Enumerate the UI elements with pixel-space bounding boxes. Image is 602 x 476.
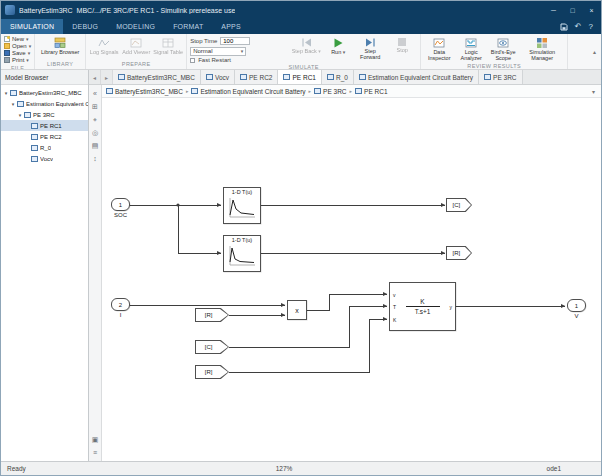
doc-tab-batteryestim3rc-mbc[interactable]: BatteryEstim3RC_MBC — [113, 70, 201, 84]
nav-forward-icon[interactable]: ▸ — [101, 70, 113, 84]
save-icon[interactable] — [560, 23, 568, 31]
doc-tab-vocv[interactable]: Vocv — [201, 70, 235, 84]
goto-r-block[interactable]: [R] — [446, 246, 472, 260]
open-button[interactable]: Open ▾ — [4, 43, 31, 50]
collapse-ribbon-button[interactable]: ▴ — [588, 34, 601, 69]
crumb-pe-rc1[interactable]: PE RC1 — [355, 88, 387, 95]
breadcrumb-dropdown-icon[interactable]: ▾ — [592, 88, 597, 95]
expander-icon[interactable]: ▾ — [3, 90, 9, 96]
transfer-fcn-block[interactable]: K T.s+1 v T K y — [389, 282, 456, 331]
simulation-mode-dropdown[interactable]: Normal ▾ — [190, 47, 246, 56]
library-browser-button[interactable]: Library Browser — [38, 36, 82, 56]
chevron-down-icon: ▾ — [343, 49, 346, 55]
prepare-section-label: PREPARE — [89, 60, 183, 69]
log-signals-button[interactable]: Log Signals — [89, 36, 119, 56]
tab-simulation[interactable]: SIMULATION — [1, 19, 63, 34]
tab-format[interactable]: FORMAT — [164, 19, 212, 34]
logic-analyzer-button[interactable]: Logic Analyzer — [456, 36, 486, 62]
logic-analyzer-icon — [465, 37, 477, 49]
prepare-section: Log Signals Add Viewer Signal Table PREP… — [86, 34, 187, 69]
minimize-button[interactable]: ─ — [544, 1, 563, 19]
subsystem-icon — [24, 112, 31, 118]
outport-v-block[interactable]: 1 V — [567, 299, 586, 319]
add-viewer-button[interactable]: Add Viewer — [121, 36, 151, 56]
tree-item-estimation-equivalent-circuit-battery[interactable]: ▾ Estimation Equivalent Circuit Battery — [1, 98, 88, 109]
expander-icon[interactable]: ▾ — [17, 112, 23, 118]
birdseye-scope-button[interactable]: Bird's-Eye Scope — [488, 36, 518, 62]
inport-soc-block[interactable]: 1 SOC — [111, 198, 130, 218]
subsystem-icon — [283, 74, 290, 80]
lookup-table-1-block[interactable]: 1-D T(u) — [223, 187, 261, 224]
run-button[interactable]: Run ▾ — [323, 36, 353, 56]
stop-button[interactable]: Stop — [387, 36, 417, 54]
stop-time-input[interactable] — [220, 37, 250, 45]
subsystem-icon — [31, 123, 38, 129]
save-button[interactable]: Save ▾ — [4, 50, 31, 57]
crumb-batteryestim3rc-mbc[interactable]: BatteryEstim3RC_MBC — [106, 88, 183, 95]
new-button[interactable]: New ▾ — [4, 36, 31, 43]
nav-back-icon[interactable]: ◂ — [89, 70, 101, 84]
maximize-button[interactable]: □ — [563, 1, 582, 19]
zoom-fit-icon[interactable]: ▣ — [89, 433, 101, 446]
model-browser-panel: Model Browser ▾ BatteryEstim3RC_MBC ▾ Es… — [1, 70, 89, 461]
tree-item-pe-3rc[interactable]: ▾ PE 3RC — [1, 109, 88, 120]
subsystem-icon — [191, 88, 198, 94]
crumb-pe-3rc[interactable]: PE 3RC — [314, 88, 346, 95]
diagram-canvas[interactable]: 1 SOC 1-D T(u) — [102, 98, 601, 461]
tree-item-pe-rc1[interactable]: PE RC1 — [1, 120, 88, 131]
tree-item-pe-rc2[interactable]: PE RC2 — [1, 131, 88, 142]
inport-soc-label: SOC — [111, 212, 130, 218]
solver-name[interactable]: ode1 — [292, 465, 595, 472]
pan-icon[interactable]: ↕ — [89, 152, 101, 165]
annotation-icon[interactable]: ▤ — [89, 139, 101, 152]
data-inspector-button[interactable]: Data Inspector — [424, 36, 454, 62]
collapse-palette-icon[interactable]: « — [89, 87, 101, 100]
toolstrip: New ▾ Open ▾ Save ▾ Print ▾ — [1, 34, 601, 70]
simulation-manager-button[interactable]: Simulation Manager — [520, 36, 564, 62]
doc-tab-pe-rc1[interactable]: PE RC1 — [278, 70, 321, 84]
library-section-label: LIBRARY — [38, 60, 82, 69]
doc-tab-pe-3rc[interactable]: PE 3RC — [479, 70, 522, 84]
doc-tab-estimation-equivalent-circuit-battery[interactable]: Estimation Equivalent Circuit Battery — [354, 70, 479, 84]
from-c-block[interactable]: [C] — [195, 340, 229, 354]
titlebar: BatteryEstim3RC_MBC/.../PE 3RC/PE RC1 - … — [1, 1, 601, 19]
tree-item-r-0[interactable]: R_0 — [1, 142, 88, 153]
from-r1-block[interactable]: [R] — [195, 308, 229, 322]
step-back-button[interactable]: Step Back ▾ — [291, 36, 321, 55]
signal-wires — [102, 98, 601, 461]
zoom-level: 127% — [276, 465, 293, 472]
goto-c-block[interactable]: [C] — [446, 198, 472, 212]
tree-item-batteryestim3rc-mbc[interactable]: ▾ BatteryEstim3RC_MBC — [1, 87, 88, 98]
model-tree: ▾ BatteryEstim3RC_MBC ▾ Estimation Equiv… — [1, 85, 88, 164]
legend-icon[interactable]: ≡ — [89, 446, 101, 459]
document-area: ◂ ▸ BatteryEstim3RC_MBC Vocv PE RC2 PE R… — [89, 70, 601, 461]
product-block[interactable]: x — [287, 300, 307, 320]
crosshair-icon[interactable]: ⌖ — [89, 113, 101, 126]
doc-tab-r-0[interactable]: R_0 — [322, 70, 354, 84]
doc-tab-pe-rc2[interactable]: PE RC2 — [235, 70, 278, 84]
tab-debug[interactable]: DEBUG — [63, 19, 107, 34]
tab-modeling[interactable]: MODELING — [107, 19, 164, 34]
model-icon — [106, 88, 113, 94]
review-results-section: Data Inspector Logic Analyzer Bird's-Eye… — [421, 34, 568, 69]
fast-restart-checkbox[interactable] — [190, 58, 195, 63]
close-button[interactable]: × — [582, 1, 601, 19]
expander-icon[interactable]: ▾ — [10, 101, 16, 107]
library-browser-label: Library Browser — [41, 50, 80, 56]
from-r2-block[interactable]: [R] — [195, 365, 229, 379]
undo-icon[interactable]: ↶ — [575, 22, 582, 31]
viewer-icon[interactable]: ◎ — [89, 126, 101, 139]
area-select-icon[interactable]: ⊞ — [89, 100, 101, 113]
step-forward-button[interactable]: Step Forward — [355, 36, 385, 61]
signal-table-button[interactable]: Signal Table — [153, 36, 183, 56]
from-r2-label: [R] — [195, 365, 222, 379]
inport-i-block[interactable]: 2 I — [111, 298, 130, 318]
crumb-estimation-equivalent-circuit-battery[interactable]: Estimation Equivalent Circuit Battery — [191, 88, 305, 95]
tree-item-vocv[interactable]: Vocv — [1, 153, 88, 164]
simulate-section: Stop Time Normal ▾ Fast Restart — [187, 34, 421, 69]
lookup-table-2-block[interactable]: 1-D T(u) — [223, 235, 261, 272]
help-icon[interactable]: ? — [589, 22, 593, 31]
chevron-up-icon: ▴ — [593, 48, 596, 55]
tab-apps[interactable]: APPS — [212, 19, 249, 34]
tf-port-t: T — [393, 304, 396, 310]
